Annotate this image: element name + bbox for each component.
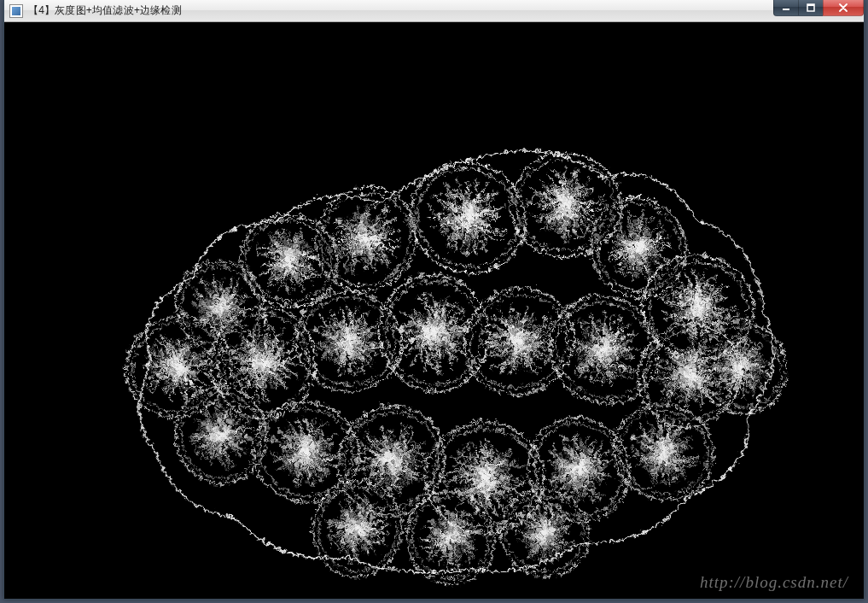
edge-detection-output — [4, 22, 864, 599]
close-icon — [838, 3, 848, 12]
app-window: 【4】灰度图+均值滤波+边缘检测 — [3, 0, 865, 600]
image-viewport: http://blog.csdn.net/ — [4, 22, 864, 599]
svg-rect-0 — [783, 9, 789, 10]
window-controls — [774, 0, 864, 16]
app-icon — [9, 4, 23, 18]
window-title: 【4】灰度图+均值滤波+边缘检测 — [28, 3, 182, 18]
maximize-button[interactable] — [798, 0, 824, 16]
titlebar[interactable]: 【4】灰度图+均值滤波+边缘检测 — [4, 0, 864, 22]
minimize-button[interactable] — [773, 0, 799, 16]
maximize-icon — [807, 3, 815, 12]
svg-rect-2 — [807, 4, 814, 6]
minimize-icon — [782, 3, 790, 12]
close-button[interactable] — [823, 0, 864, 16]
